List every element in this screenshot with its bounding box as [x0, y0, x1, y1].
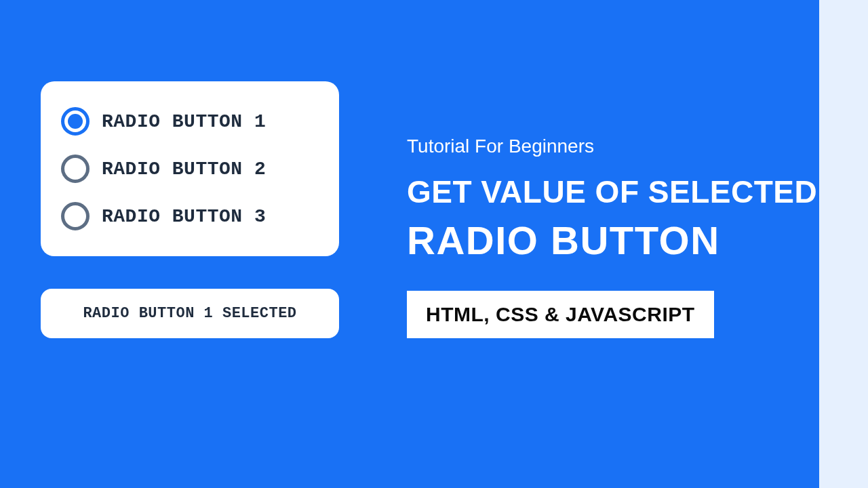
radio-option-label: RADIO BUTTON 1 [102, 111, 266, 132]
status-card: RADIO BUTTON 1 SELECTED [41, 289, 339, 338]
hero-heading-line2: RADIO BUTTON [407, 215, 827, 266]
radio-icon [61, 107, 90, 136]
radio-icon [61, 202, 90, 230]
hero-heading-line1: GET VALUE OF SELECTED [407, 174, 827, 211]
hero-subtitle: Tutorial For Beginners [407, 136, 827, 157]
radio-option-2[interactable]: RADIO BUTTON 2 [61, 155, 319, 183]
tech-badge: HTML, CSS & JAVASCRIPT [407, 291, 714, 338]
tech-badge-text: HTML, CSS & JAVASCRIPT [426, 303, 695, 325]
radio-dot-icon [68, 114, 83, 129]
radio-option-label: RADIO BUTTON 3 [102, 206, 266, 227]
demo-panel: RADIO BUTTON 1 RADIO BUTTON 2 RADIO BUTT… [41, 81, 339, 338]
radio-icon [61, 155, 90, 183]
radio-group-card: RADIO BUTTON 1 RADIO BUTTON 2 RADIO BUTT… [41, 81, 339, 256]
hero-panel: Tutorial For Beginners GET VALUE OF SELE… [407, 136, 827, 338]
status-text: RADIO BUTTON 1 SELECTED [61, 305, 319, 322]
radio-option-3[interactable]: RADIO BUTTON 3 [61, 202, 319, 230]
radio-option-1[interactable]: RADIO BUTTON 1 [61, 107, 319, 136]
radio-option-label: RADIO BUTTON 2 [102, 159, 266, 180]
